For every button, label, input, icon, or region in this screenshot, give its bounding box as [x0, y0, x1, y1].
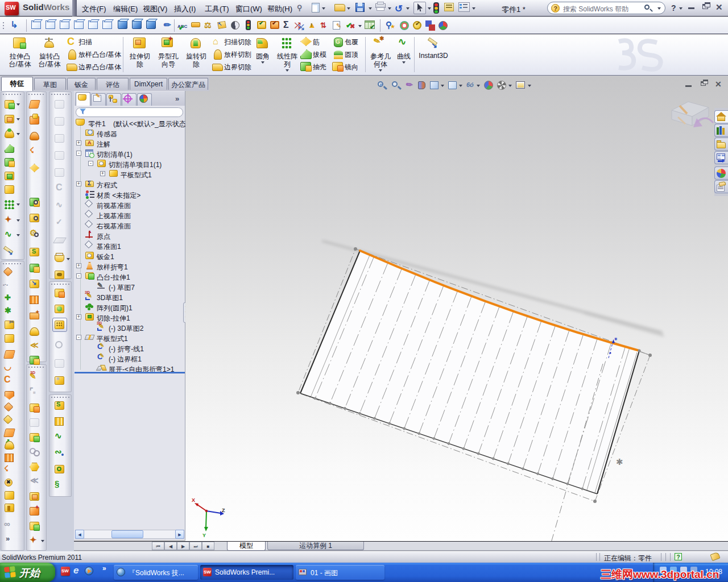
svg-text:Y: Y: [202, 533, 206, 538]
svg-text:X: X: [192, 497, 195, 503]
svg-text:Z: Z: [222, 508, 225, 513]
svg-text:✱: ✱: [616, 457, 623, 467]
svg-text:✳: ✳: [614, 337, 618, 341]
